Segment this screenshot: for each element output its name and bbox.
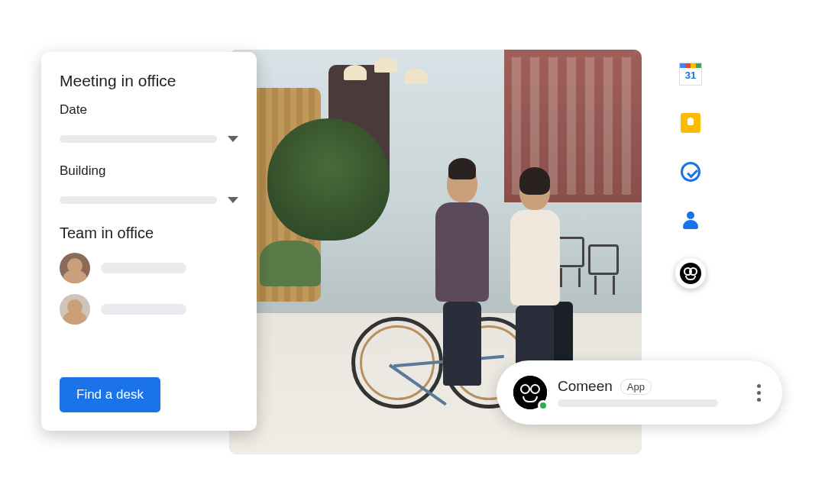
building-label: Building xyxy=(60,163,238,179)
team-member-name-placeholder xyxy=(101,263,186,273)
team-member-row xyxy=(60,253,238,283)
keep-icon[interactable] xyxy=(679,111,702,134)
chat-message-placeholder xyxy=(558,399,718,407)
chat-app-pill[interactable]: Comeen App xyxy=(497,360,782,425)
team-member-row xyxy=(60,294,238,325)
find-a-desk-button[interactable]: Find a desk xyxy=(60,377,160,412)
calendar-day-number: 31 xyxy=(680,69,701,81)
building-placeholder-bar xyxy=(60,196,217,204)
avatar xyxy=(60,294,90,325)
team-section-title: Team in office xyxy=(60,225,238,242)
card-title: Meeting in office xyxy=(60,72,238,90)
chat-app-name: Comeen xyxy=(558,378,613,395)
meeting-in-office-card: Meeting in office Date Building Team in … xyxy=(41,52,257,431)
contacts-icon[interactable] xyxy=(679,209,702,232)
date-label: Date xyxy=(60,102,238,118)
comeen-chat-avatar xyxy=(513,376,547,409)
date-placeholder-bar xyxy=(60,135,217,143)
team-member-name-placeholder xyxy=(101,304,186,315)
presence-indicator-online xyxy=(538,400,548,411)
tasks-icon[interactable] xyxy=(679,160,702,183)
building-select[interactable] xyxy=(60,186,238,214)
side-panel-icons: 31 xyxy=(674,63,707,289)
more-options-icon[interactable] xyxy=(757,384,765,402)
date-select[interactable] xyxy=(60,125,238,153)
calendar-icon[interactable]: 31 xyxy=(679,63,702,86)
avatar xyxy=(60,253,90,283)
app-badge: App xyxy=(620,379,652,395)
chevron-down-icon xyxy=(228,197,238,203)
comeen-addon-icon[interactable] xyxy=(675,258,706,289)
chevron-down-icon xyxy=(228,136,238,142)
